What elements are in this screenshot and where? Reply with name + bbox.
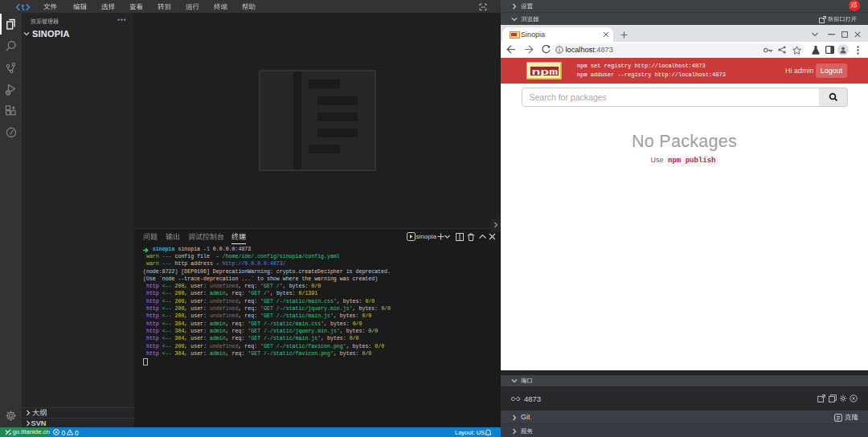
svg-text:npm: npm xyxy=(531,67,558,77)
